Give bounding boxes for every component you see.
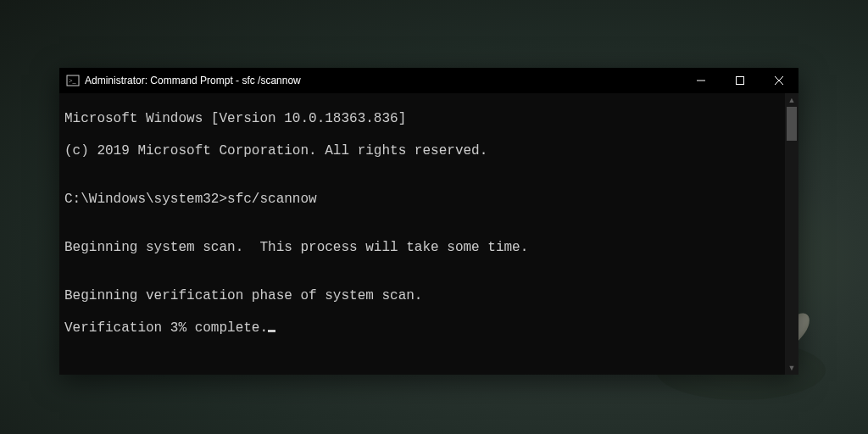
- maximize-button[interactable]: [721, 68, 760, 93]
- prompt-text: C:\Windows\system32>: [64, 192, 227, 207]
- svg-rect-3: [737, 77, 744, 85]
- window-controls: [682, 68, 798, 93]
- progress-text: Verification 3% complete.: [64, 320, 268, 336]
- terminal-output[interactable]: Microsoft Windows [Version 10.0.18363.83…: [59, 93, 798, 375]
- close-button[interactable]: [760, 68, 798, 93]
- scroll-thumb[interactable]: [787, 107, 797, 141]
- verify-begin-line: Beginning verification phase of system s…: [64, 288, 793, 304]
- copyright-line: (c) 2019 Microsoft Corporation. All righ…: [64, 143, 793, 159]
- scroll-down-arrow-icon[interactable]: ▼: [785, 361, 798, 375]
- version-line: Microsoft Windows [Version 10.0.18363.83…: [64, 111, 793, 127]
- window-title: Administrator: Command Prompt - sfc /sca…: [85, 75, 301, 86]
- text-cursor: [268, 330, 275, 332]
- titlebar[interactable]: >_ Administrator: Command Prompt - sfc /…: [59, 68, 798, 93]
- svg-text:>_: >_: [69, 77, 77, 85]
- prompt-line: C:\Windows\system32>sfc/scannow: [64, 192, 793, 208]
- command-prompt-window: >_ Administrator: Command Prompt - sfc /…: [59, 68, 798, 375]
- progress-line: Verification 3% complete.: [64, 320, 793, 337]
- scan-begin-line: Beginning system scan. This process will…: [64, 240, 793, 256]
- vertical-scrollbar[interactable]: ▲ ▼: [785, 93, 798, 375]
- minimize-button[interactable]: [682, 68, 721, 93]
- entered-command: sfc/scannow: [227, 192, 317, 207]
- scroll-up-arrow-icon[interactable]: ▲: [785, 93, 798, 107]
- cmd-icon: >_: [66, 74, 80, 87]
